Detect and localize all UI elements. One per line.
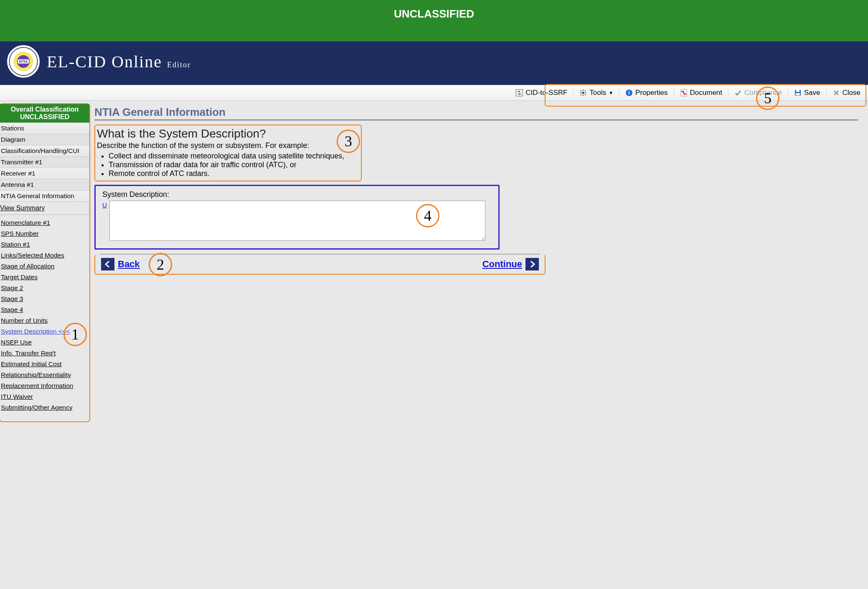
sidebar-link-label: Nomenclature #1 [1, 219, 50, 226]
continue-button[interactable]: Continue [482, 258, 539, 270]
sidebar-link-item[interactable]: Stage of Allocation [0, 261, 89, 272]
sidebar-view-summary[interactable]: View Summary [0, 202, 89, 212]
sidebar-item-classhandling[interactable]: Classification/Handling/CUI [0, 145, 89, 157]
sidebar-link-label: Stage 2 [1, 284, 23, 291]
sidebar: Overall Classification UNCLASSIFIED Stat… [0, 103, 90, 422]
cid-to-ssrf-button[interactable]: CID-to-SSRF [511, 87, 571, 99]
compliance-button: Compliance [730, 87, 786, 99]
sidebar-link-label: Relationship/Essentiality [1, 371, 71, 378]
separator [788, 89, 788, 97]
back-label: Back [118, 259, 140, 270]
sidebar-link-item[interactable]: System Description <<< [0, 326, 89, 337]
chevron-down-icon: ▼ [609, 90, 613, 95]
sidebar-link-item[interactable]: Submitting/Other Agency [0, 402, 89, 413]
sidebar-item-ntia-general[interactable]: NTIA General Information [0, 191, 89, 202]
sidebar-link-label: Target Dates [1, 273, 38, 280]
info-icon: i [625, 89, 633, 97]
properties-label: Properties [635, 89, 667, 97]
document-button[interactable]: Document [676, 87, 726, 99]
sidebar-link-item[interactable]: Stage 3 [0, 293, 89, 304]
sidebar-item-antenna1[interactable]: Antenna #1 [0, 179, 89, 191]
sidebar-link-label: Estimated Initial Cost [1, 360, 62, 367]
sidebar-link-label: Station #1 [1, 241, 30, 248]
sidebar-link-item[interactable]: ITU Waiver [0, 391, 89, 402]
sidebar-link-item[interactable]: Replacement Information [0, 380, 89, 391]
svg-line-14 [585, 90, 586, 91]
section-title: NTIA General Information [94, 106, 858, 120]
nav-row: Back Continue [94, 255, 546, 275]
logo-text: NTIA [19, 59, 28, 64]
sidebar-item-diagram[interactable]: Diagram [0, 134, 89, 145]
sidebar-link-item[interactable]: Links/Selected Modes [0, 250, 89, 261]
question-title: What is the System Description? [97, 127, 358, 140]
sidebar-link-label: System Description <<< [1, 328, 70, 335]
save-button[interactable]: Save [790, 87, 825, 99]
sidebar-link-label: Info. Transfer Req't [1, 349, 56, 357]
svg-rect-19 [796, 90, 799, 92]
pdf-icon [680, 89, 688, 97]
svg-line-13 [581, 94, 581, 95]
question-box: What is the System Description? Describe… [94, 125, 362, 181]
class-line2: UNCLASSIFIED [2, 113, 88, 121]
sidebar-link-item[interactable]: Stage 2 [0, 283, 89, 293]
separator [674, 89, 674, 97]
close-button[interactable]: Close [828, 87, 865, 99]
classification-box: Overall Classification UNCLASSIFIED [0, 104, 89, 123]
question-lead: Describe the function of the system or s… [97, 141, 309, 150]
back-button[interactable]: Back [101, 258, 140, 270]
sidebar-link-label: Stage of Allocation [1, 263, 54, 270]
bullet-item: Remote control of ATC radars. [109, 169, 358, 178]
check-icon [734, 89, 742, 97]
app-header: NTIA EL-CID Online Editor [0, 41, 868, 85]
system-description-textarea[interactable] [109, 201, 485, 241]
content-area: NTIA General Information What is the Sys… [90, 101, 868, 422]
separator [0, 214, 89, 215]
sidebar-link-item[interactable]: Relationship/Essentiality [0, 370, 89, 380]
sidebar-item-transmitter1[interactable]: Transmitter #1 [0, 157, 89, 168]
sidebar-item-receiver1[interactable]: Receiver #1 [0, 168, 89, 179]
sidebar-link-item[interactable]: Number of Units [0, 315, 89, 326]
sidebar-link-item[interactable]: Stage 4 [0, 304, 89, 315]
classification-marker-u[interactable]: U [102, 201, 107, 209]
sidebar-link-label: Submitting/Other Agency [1, 404, 72, 411]
title-sub: Editor [167, 61, 191, 69]
tools-label: Tools [589, 89, 606, 97]
save-label: Save [804, 89, 820, 97]
bullet-item: Transmission of radar data for air traff… [109, 161, 358, 169]
close-label: Close [843, 89, 860, 97]
app-title: EL-CID Online Editor [47, 52, 191, 71]
sidebar-link-item[interactable]: Info. Transfer Req't [0, 348, 89, 359]
separator [826, 89, 827, 97]
sidebar-link-item[interactable]: Station #1 [0, 239, 89, 250]
close-icon [832, 89, 840, 97]
toolbar: CID-to-SSRF Tools ▼ i Properties Documen… [0, 85, 868, 101]
sidebar-link-item[interactable]: NSEP Use [0, 337, 89, 348]
document-label: Document [690, 89, 722, 97]
sidebar-link-item[interactable]: Target Dates [0, 272, 89, 283]
gear-icon [579, 89, 587, 97]
properties-button[interactable]: i Properties [621, 87, 672, 99]
sidebar-link-label: Stage 3 [1, 295, 23, 302]
sidebar-link-item[interactable]: Nomenclature #1 [0, 217, 89, 228]
arrow-left-icon [101, 258, 114, 270]
arrow-right-icon [525, 258, 539, 270]
swap-icon [515, 89, 523, 97]
ntia-logo: NTIA [6, 44, 41, 79]
svg-line-11 [581, 90, 581, 91]
compliance-label: Compliance [744, 89, 782, 97]
sidebar-link-label: Number of Units [1, 317, 48, 324]
sidebar-item-stations[interactable]: Stations [0, 123, 89, 134]
title-main: EL-CID Online [47, 52, 162, 71]
svg-point-6 [582, 92, 584, 94]
sidebar-link-item[interactable]: Estimated Initial Cost [0, 359, 89, 370]
sidebar-link-label: NSEP Use [1, 339, 32, 346]
svg-line-12 [585, 94, 586, 95]
tools-dropdown[interactable]: Tools ▼ [575, 87, 617, 99]
sidebar-link-label: Stage 4 [1, 306, 23, 313]
sidebar-link-item[interactable]: SPS Number [0, 228, 89, 239]
question-description: Describe the function of the system or s… [97, 141, 358, 178]
sidebar-top-list: Stations Diagram Classification/Handling… [0, 123, 89, 202]
sidebar-links-list: Nomenclature #1SPS NumberStation #1Links… [0, 217, 89, 413]
class-line1: Overall Classification [2, 106, 88, 113]
sidebar-link-label: Replacement Information [1, 382, 73, 389]
